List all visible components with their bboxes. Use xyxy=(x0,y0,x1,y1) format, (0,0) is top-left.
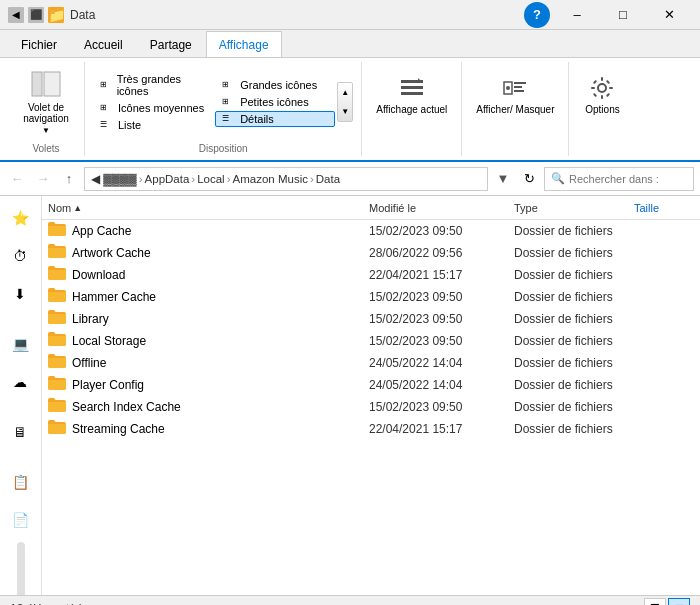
tab-partage[interactable]: Partage xyxy=(137,31,205,57)
status-bar: 10 élément(s) ☰ ⊞ xyxy=(0,595,700,605)
view-options-list: ⊞ Très grandes icônes ⊞ Icônes moyennes … xyxy=(93,71,213,133)
file-type: Dossier de fichiers xyxy=(514,400,634,414)
view-options-group: ⊞ Très grandes icônes ⊞ Icônes moyennes … xyxy=(93,64,353,139)
sidebar-down-icon[interactable]: ⬇ xyxy=(2,276,38,312)
liste-btn[interactable]: ☰ Liste xyxy=(93,117,213,133)
col-header-type[interactable]: Type xyxy=(514,202,634,214)
grid-icon: ⊞ xyxy=(100,80,113,90)
window-icon-back: ◀ xyxy=(8,7,24,23)
address-path[interactable]: ◀ ▓▓▓▓ › AppData › Local › Amazon Music … xyxy=(84,167,488,191)
folder-icon xyxy=(48,398,66,416)
tres-grandes-icones-btn[interactable]: ⊞ Très grandes icônes xyxy=(93,71,213,99)
col-header-size[interactable]: Taille xyxy=(634,202,694,214)
icones-moyennes-btn[interactable]: ⊞ Icônes moyennes xyxy=(93,100,213,116)
sort-icon xyxy=(398,74,426,102)
path-sep-1: › xyxy=(139,173,143,185)
svg-point-10 xyxy=(506,86,510,90)
table-row[interactable]: Player Config24/05/2022 14:04Dossier de … xyxy=(42,374,700,396)
svg-rect-12 xyxy=(601,77,603,81)
sidebar-star-icon[interactable]: ⭐ xyxy=(2,200,38,236)
folder-icon xyxy=(48,222,66,240)
afficher-masquer-btn[interactable]: Afficher/ Masquer xyxy=(470,64,560,124)
petites-icones-btn[interactable]: ⊞ Petites icônes xyxy=(215,94,335,110)
sidebar-doc-icon[interactable]: 📄 xyxy=(2,502,38,538)
options-btn[interactable]: Options xyxy=(577,64,627,124)
view-options-list2: ⊞ Grandes icônes ⊞ Petites icônes ☰ Déta… xyxy=(215,77,335,127)
details-btn[interactable]: ☰ Détails xyxy=(215,111,335,127)
file-name: Streaming Cache xyxy=(72,422,369,436)
grandes-icones-btn[interactable]: ⊞ Grandes icônes xyxy=(215,77,335,93)
back-button[interactable]: ← xyxy=(6,168,28,190)
view-dropdown-btn[interactable]: ▲ ▼ xyxy=(337,82,353,122)
title-bar: ◀ ⬛ 📁 Data ? – □ ✕ xyxy=(0,0,700,30)
svg-rect-18 xyxy=(606,79,610,83)
table-row[interactable]: Search Index Cache15/02/2023 09:50Dossie… xyxy=(42,396,700,418)
file-date: 15/02/2023 09:50 xyxy=(369,334,514,348)
svg-rect-15 xyxy=(609,87,613,89)
minimize-button[interactable]: – xyxy=(554,0,600,30)
ribbon: Volet de navigation ▼ Volets ⊞ Très gran… xyxy=(0,58,700,162)
sidebar-computer-icon[interactable]: 💻 xyxy=(2,326,38,362)
sidebar-scrollbar[interactable] xyxy=(17,542,25,595)
file-name: Player Config xyxy=(72,378,369,392)
file-name: Artwork Cache xyxy=(72,246,369,260)
file-type: Dossier de fichiers xyxy=(514,312,634,326)
forward-button[interactable]: → xyxy=(32,168,54,190)
table-row[interactable]: Artwork Cache28/06/2022 09:56Dossier de … xyxy=(42,242,700,264)
path-local: Local xyxy=(197,173,225,185)
folder-icon xyxy=(48,244,66,262)
tab-accueil[interactable]: Accueil xyxy=(71,31,136,57)
file-name: Local Storage xyxy=(72,334,369,348)
tab-fichier[interactable]: Fichier xyxy=(8,31,70,57)
close-button[interactable]: ✕ xyxy=(646,0,692,30)
svg-rect-3 xyxy=(401,86,423,89)
details-view-btn[interactable]: ☰ xyxy=(644,598,666,606)
sidebar-cloud-icon[interactable]: ☁ xyxy=(2,364,38,400)
file-date: 15/02/2023 09:50 xyxy=(369,224,514,238)
file-list-area: Nom ▲ Modifié le Type Taille App Cache15… xyxy=(42,196,700,595)
file-name: Hammer Cache xyxy=(72,290,369,304)
address-bar: ← → ↑ ◀ ▓▓▓▓ › AppData › Local › Amazon … xyxy=(0,162,700,196)
ribbon-group-disposition: ⊞ Très grandes icônes ⊞ Icônes moyennes … xyxy=(85,62,362,156)
affichage-actuel-btn[interactable]: Affichage actuel xyxy=(370,64,453,124)
table-row[interactable]: Local Storage15/02/2023 09:50Dossier de … xyxy=(42,330,700,352)
path-appdata: AppData xyxy=(145,173,190,185)
maximize-button[interactable]: □ xyxy=(600,0,646,30)
sidebar-clock-icon[interactable]: ⏱ xyxy=(2,238,38,274)
col-header-modified[interactable]: Modifié le xyxy=(369,202,514,214)
grid-small-icon: ⊞ xyxy=(222,97,236,107)
up-button[interactable]: ↑ xyxy=(58,168,80,190)
col-header-name[interactable]: Nom ▲ xyxy=(48,202,369,214)
file-type: Dossier de fichiers xyxy=(514,334,634,348)
table-row[interactable]: Library15/02/2023 09:50Dossier de fichie… xyxy=(42,308,700,330)
table-row[interactable]: Download22/04/2021 15:17Dossier de fichi… xyxy=(42,264,700,286)
table-row[interactable]: Offline24/05/2022 14:04Dossier de fichie… xyxy=(42,352,700,374)
search-input[interactable] xyxy=(569,173,687,185)
path-segment-start: ◀ ▓▓▓▓ xyxy=(91,172,137,186)
grid-view-btn[interactable]: ⊞ xyxy=(668,598,690,606)
gear-icon xyxy=(588,74,616,102)
file-rows: App Cache15/02/2023 09:50Dossier de fich… xyxy=(42,220,700,440)
volets-group-label: Volets xyxy=(32,139,59,154)
tab-affichage[interactable]: Affichage xyxy=(206,31,282,57)
dropdown-path-button[interactable]: ▼ xyxy=(492,168,514,190)
file-name: Offline xyxy=(72,356,369,370)
affichage-actuel-label: Affichage actuel xyxy=(376,104,447,115)
table-row[interactable]: Hammer Cache15/02/2023 09:50Dossier de f… xyxy=(42,286,700,308)
folder-icon xyxy=(48,288,66,306)
table-row[interactable]: Streaming Cache22/04/2021 15:17Dossier d… xyxy=(42,418,700,440)
file-type: Dossier de fichiers xyxy=(514,378,634,392)
sidebar-list-icon[interactable]: 📋 xyxy=(2,464,38,500)
refresh-button[interactable]: ↻ xyxy=(518,168,540,190)
volet-navigation-button[interactable]: Volet de navigation ▼ xyxy=(16,64,76,139)
grid-large-icon: ⊞ xyxy=(222,80,236,90)
help-button[interactable]: ? xyxy=(524,2,550,28)
svg-rect-1 xyxy=(44,72,60,96)
svg-rect-9 xyxy=(514,90,524,92)
sidebar-monitor-icon[interactable]: 🖥 xyxy=(2,414,38,450)
folder-icon xyxy=(48,354,66,372)
window-icon-up: ⬛ xyxy=(28,7,44,23)
table-row[interactable]: App Cache15/02/2023 09:50Dossier de fich… xyxy=(42,220,700,242)
options-icon xyxy=(588,74,616,102)
ribbon-group-volets: Volet de navigation ▼ Volets xyxy=(8,62,85,156)
